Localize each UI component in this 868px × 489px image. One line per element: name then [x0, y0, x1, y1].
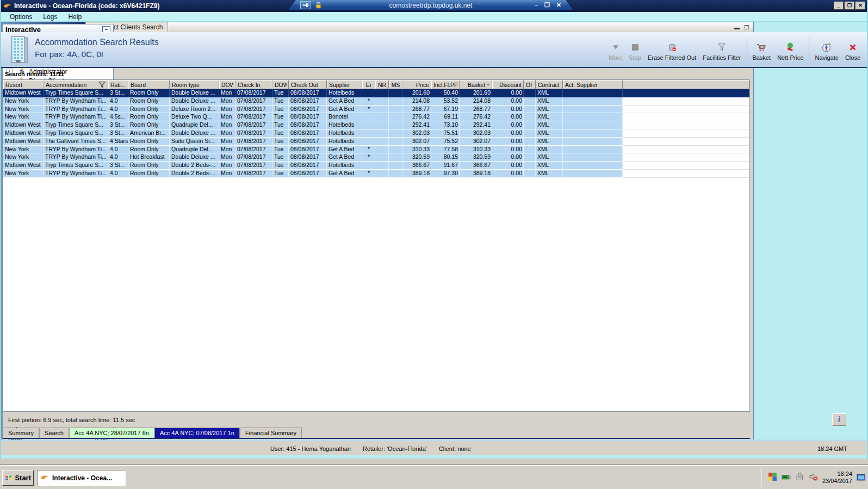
basket-button[interactable]: Basket — [749, 36, 754, 62]
cell-basket: 389.18 — [460, 170, 492, 178]
column-header-discount[interactable]: Discount — [492, 80, 524, 89]
column-header-board[interactable]: Board — [128, 80, 170, 89]
column-header-price[interactable]: Price — [402, 80, 431, 89]
result-row[interactable]: New YorkTRYP By Wyndham Ti...4.0Room Onl… — [3, 97, 749, 106]
close-button[interactable]: ✕ — [855, 2, 865, 10]
column-header-contract[interactable]: Contract — [536, 80, 563, 89]
cell-act-supplier — [563, 146, 623, 154]
cell-check-in: 07/08/2017 — [235, 138, 272, 146]
stop-icon — [630, 42, 641, 53]
rdp-controls: – ❐ ✕ — [535, 1, 561, 9]
cell-price: 302.07 — [402, 138, 431, 146]
column-header-check-out[interactable]: Check Out — [289, 80, 327, 89]
rdp-minimize-button[interactable]: – — [535, 1, 538, 9]
menu-options[interactable]: Options — [4, 13, 38, 21]
result-row[interactable]: New YorkTRYP By Wyndham Ti...4.5s...Room… — [3, 113, 749, 121]
column-header-label: Resort — [5, 81, 22, 89]
bottom-tab-financial-summary[interactable]: Financial Summary — [240, 428, 302, 438]
result-row[interactable]: Midtown WestTryp Times Square S...3 St..… — [3, 129, 749, 138]
cell-check-out: 08/08/2017 — [289, 170, 327, 178]
stop-icon-holder — [630, 41, 641, 53]
column-header-room-type[interactable]: Room type — [170, 80, 219, 89]
maximize-button[interactable]: ❐ — [845, 2, 854, 10]
cell-supplier: Get A Bed — [327, 153, 362, 162]
tray-antivirus[interactable] — [768, 472, 777, 484]
minimize-button[interactable]: _ — [834, 2, 844, 10]
start-button[interactable]: Start — [2, 470, 34, 486]
cell-price: 201.60 — [402, 89, 431, 97]
cell-rati: 3 St... — [108, 121, 128, 129]
cell-supplier: Hotelbeds — [327, 89, 362, 97]
cell-basket: 201.60 — [460, 89, 492, 97]
column-header-supplier[interactable]: Supplier — [327, 80, 362, 89]
cell-price: 302.03 — [402, 129, 431, 138]
erase-filtered-out-button[interactable]: Erase Filtered Out — [644, 36, 699, 62]
column-header-check-in[interactable]: Check In — [235, 80, 272, 89]
cell-resort: New York — [3, 113, 44, 121]
panel-minimize-icon[interactable]: ▬ — [734, 24, 740, 30]
result-row[interactable]: Midtown WestTryp Times Square S...3 St..… — [3, 121, 749, 129]
cell-price: 389.18 — [402, 170, 431, 178]
bottom-tab-acc-4a-nyc-28-07-2017-6n[interactable]: Acc 4A NYC; 28/07/2017 6n — [69, 428, 154, 438]
cell-filler — [623, 89, 749, 97]
bottom-tab-acc-4a-nyc-07-08-2017-1n[interactable]: Acc 4A NYC; 07/08/2017 1n — [154, 428, 240, 438]
cell-nr — [375, 89, 389, 97]
tray-network[interactable] — [782, 472, 791, 484]
usb-icon — [795, 472, 804, 481]
column-header-rati[interactable]: Rati... — [108, 80, 128, 89]
column-header-accommodation[interactable]: Accommodation — [44, 80, 108, 89]
cell-er — [362, 113, 375, 121]
rdp-restore-button[interactable]: ❐ — [544, 1, 550, 9]
column-header-dow[interactable]: DOW — [219, 80, 235, 89]
cell-incl-fl-pp: 80.15 — [431, 153, 460, 162]
result-row[interactable]: New YorkTRYP By Wyndham Ti...4.0Room Onl… — [3, 170, 749, 178]
tray-volume-muted[interactable] — [809, 472, 818, 484]
cell-rati: 4.0 — [108, 170, 128, 178]
cell-accommodation: TRYP By Wyndham Ti... — [44, 170, 108, 178]
column-header-label: Discount — [499, 81, 522, 89]
rdp-close-button[interactable]: ✕ — [556, 1, 561, 9]
result-row[interactable]: Midtown WestTryp Times Square S...3 St..… — [3, 89, 749, 97]
cell-dow: Tue — [272, 129, 289, 138]
column-header-resort[interactable]: Resort — [3, 80, 44, 89]
column-header-of[interactable]: Of — [524, 80, 536, 89]
filter-icon — [716, 42, 727, 53]
column-header-act-supplier[interactable]: Act. Supplier — [563, 80, 623, 89]
result-row[interactable]: New YorkTRYP By Wyndham Ti...4.0Hot Brea… — [3, 153, 749, 162]
cell-resort: Midtown West — [3, 162, 44, 170]
column-header-dow[interactable]: DOW — [272, 80, 289, 89]
cell-accommodation: Tryp Times Square S... — [44, 162, 108, 170]
menu-logs[interactable]: Logs — [38, 13, 63, 21]
result-row[interactable]: Midtown WestTryp Times Square S...3 St..… — [3, 162, 749, 170]
column-header-basket[interactable]: Basket▼ — [460, 80, 492, 89]
bottom-tab-search[interactable]: Search — [39, 428, 69, 438]
bottom-tab-summary[interactable]: Summary — [3, 428, 39, 438]
column-header-label: Basket — [468, 81, 485, 89]
cell-check-in: 07/08/2017 — [235, 113, 272, 121]
cell-er — [362, 162, 375, 170]
cell-dow: Mon — [219, 170, 235, 178]
tray-usb[interactable] — [795, 472, 804, 484]
column-header-incl-fl-pp[interactable]: Incl.Fl.PP — [431, 80, 460, 89]
cell-contract: XML — [536, 146, 563, 154]
rdp-connection-bar: comostreetrdp.topdog.uk.net – ❐ ✕ — [288, 0, 573, 10]
panel-restore-icon[interactable]: ❐ — [744, 24, 749, 30]
window-title: Interactive - Ocean-Florida (code: x6V64… — [14, 2, 159, 10]
result-row[interactable]: Midtown WestThe Gallivant Times S...4 St… — [3, 138, 749, 146]
column-header-er[interactable]: Er — [362, 80, 375, 89]
facilities-filter-button[interactable]: Facilities Filter — [699, 36, 744, 62]
results-table-body: Midtown WestTryp Times Square S...3 St..… — [3, 89, 749, 178]
column-header-ms[interactable]: MS — [389, 80, 402, 89]
cell-discount: 0.00 — [492, 121, 524, 129]
page-title: Accommodation Search Results — [35, 38, 159, 47]
result-row[interactable]: New YorkTRYP By Wyndham Ti...4.0Room Onl… — [3, 106, 749, 114]
menu-help[interactable]: Help — [63, 13, 87, 21]
results-toolbar: MoreStopErase Filtered OutFacilities Fil… — [605, 36, 754, 62]
column-header-nr[interactable]: NR — [375, 80, 389, 89]
column-header-label: Incl.Fl.PP — [433, 81, 457, 89]
result-row[interactable]: New YorkTRYP By Wyndham Ti...4.0Room Onl… — [3, 146, 749, 154]
cell-check-in: 07/08/2017 — [235, 153, 272, 162]
toolbar-button-label: More — [609, 54, 622, 61]
taskbar-item-interactive[interactable]: Interactive - Ocea... — [37, 470, 126, 486]
cell-accommodation: TRYP By Wyndham Ti... — [44, 146, 108, 154]
